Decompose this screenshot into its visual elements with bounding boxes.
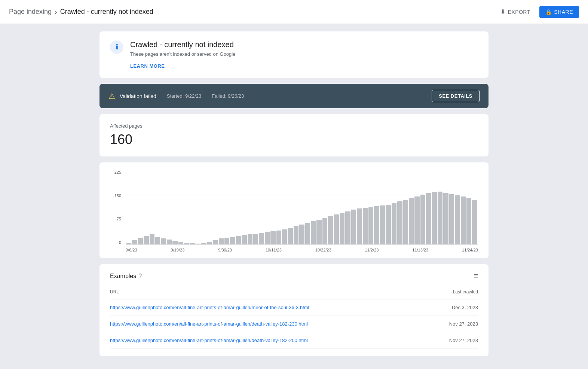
validation-label: Validation failed (120, 93, 156, 99)
chart-bar (144, 236, 148, 244)
chart-plot (126, 170, 478, 245)
header-actions: ⬇ EXPORT 🔒 SHARE (496, 5, 579, 18)
help-icon[interactable]: ? (138, 273, 142, 280)
chart-bar (432, 192, 437, 244)
x-label-4: 10/22/23 (315, 248, 331, 252)
chart-bar (207, 242, 212, 244)
examples-header: Examples ? ≡ (110, 272, 478, 280)
chart-bar (461, 196, 466, 244)
chart-bars (126, 170, 478, 244)
chart-bar (196, 244, 200, 244)
examples-title: Examples ? (110, 273, 142, 280)
chart-bar (294, 226, 298, 244)
stats-label: Affected pages (110, 123, 478, 129)
x-label-1: 9/19/23 (171, 248, 185, 252)
chart-y-label-0: 0 (110, 240, 123, 245)
chart-bar (242, 235, 246, 244)
export-icon: ⬇ (500, 8, 506, 15)
warning-icon: ⚠ (108, 92, 115, 101)
validation-failed: Failed: 9/26/23 (212, 93, 244, 99)
chart-bar (282, 229, 287, 244)
examples-tbody: https://www.guillenphoto.com/en/all-fine… (110, 299, 478, 349)
info-description: These pages aren't indexed or served on … (130, 51, 235, 57)
chart-bar (265, 232, 270, 244)
chart-y-labels: 225 150 75 0 (110, 170, 123, 245)
chart-bar (397, 201, 402, 244)
chart-bar (357, 208, 362, 244)
chart-bar (340, 213, 344, 244)
breadcrumb-current: Crawled - currently not indexed (60, 8, 153, 16)
chart-bar (253, 234, 258, 244)
chart-bar (150, 234, 154, 244)
stats-value: 160 (110, 132, 478, 147)
validation-left: ⚠ Validation failed Started: 9/22/23 Fai… (108, 92, 244, 101)
chart-bar (316, 220, 321, 244)
table-cell-date: Nov 27, 2023 (429, 332, 478, 349)
stats-card: Affected pages 160 (99, 114, 489, 156)
export-button[interactable]: ⬇ EXPORT (496, 5, 535, 18)
chart-bar (345, 211, 350, 244)
chart-bar (230, 237, 235, 244)
validation-banner: ⚠ Validation failed Started: 9/22/23 Fai… (99, 84, 489, 108)
chart-bar (438, 192, 442, 245)
chart-x-labels: 9/8/23 9/19/23 9/30/23 10/11/23 10/22/23… (126, 248, 478, 252)
chart-bar (328, 216, 333, 244)
filter-icon[interactable]: ≡ (474, 272, 478, 280)
chart-bar (322, 218, 327, 244)
chart-bar (178, 242, 183, 244)
chart-y-label-150: 150 (110, 193, 123, 198)
chart-bar (155, 237, 160, 244)
table-row: https://www.guillenphoto.com/en/all-fine… (110, 316, 478, 332)
chart-bar (305, 223, 310, 244)
chart-bar (403, 200, 408, 244)
chart-bar (236, 236, 241, 244)
share-button[interactable]: 🔒 SHARE (539, 6, 579, 18)
chart-bar (184, 243, 189, 244)
col-url-header: URL (110, 286, 429, 299)
chart-bar (259, 233, 264, 244)
col-date-header: ↓ Last crawled (429, 286, 478, 299)
chart-bar (132, 240, 137, 244)
table-cell-url[interactable]: https://www.guillenphoto.com/en/all-fine… (110, 316, 429, 332)
chart-bar (386, 205, 391, 244)
chart-bar (420, 195, 425, 244)
chart-bar (224, 238, 229, 244)
chart-bar (443, 193, 448, 244)
table-row: https://www.guillenphoto.com/en/all-fine… (110, 299, 478, 316)
chart-bar (126, 243, 131, 244)
chart-bar (392, 203, 396, 244)
chart-bar (311, 221, 316, 244)
x-label-6: 11/13/23 (412, 248, 428, 252)
chart-bar (288, 228, 293, 244)
chart-bar (351, 210, 356, 244)
chart-bar (426, 193, 431, 244)
lock-icon: 🔒 (545, 9, 552, 15)
table-cell-url[interactable]: https://www.guillenphoto.com/en/all-fine… (110, 332, 429, 349)
chart-bar (219, 238, 224, 244)
chart-bar (363, 208, 368, 244)
see-details-button[interactable]: SEE DETAILS (432, 90, 480, 102)
chart-bar (299, 225, 304, 244)
x-label-2: 9/30/23 (218, 248, 232, 252)
info-icon: ℹ (110, 40, 123, 54)
chart-area: 225 150 75 0 (110, 170, 478, 245)
chart-bar (270, 231, 275, 244)
chart-y-label-225: 225 (110, 170, 123, 174)
breadcrumb-parent[interactable]: Page indexing (9, 8, 52, 16)
validation-started: Started: 9/22/23 (167, 93, 202, 99)
chart-bar (414, 196, 419, 244)
chart-bar (161, 238, 166, 244)
chart-card: 225 150 75 0 9/8/23 9/19/23 9/30/23 10/1… (99, 162, 489, 258)
x-label-5: 11/2/23 (365, 248, 379, 252)
chart-bar (380, 205, 385, 244)
sort-down-icon: ↓ (448, 289, 450, 295)
table-cell-url[interactable]: https://www.guillenphoto.com/en/all-fine… (110, 299, 429, 316)
page-header: Page indexing › Crawled - currently not … (0, 0, 588, 24)
chart-y-label-75: 75 (110, 217, 123, 221)
x-label-3: 10/11/23 (266, 248, 282, 252)
chart-bar (138, 238, 143, 244)
chart-bar (167, 240, 172, 244)
learn-more-link[interactable]: LEARN MORE (130, 63, 165, 69)
x-label-7: 11/24/23 (462, 248, 478, 252)
x-label-0: 9/8/23 (126, 248, 137, 252)
